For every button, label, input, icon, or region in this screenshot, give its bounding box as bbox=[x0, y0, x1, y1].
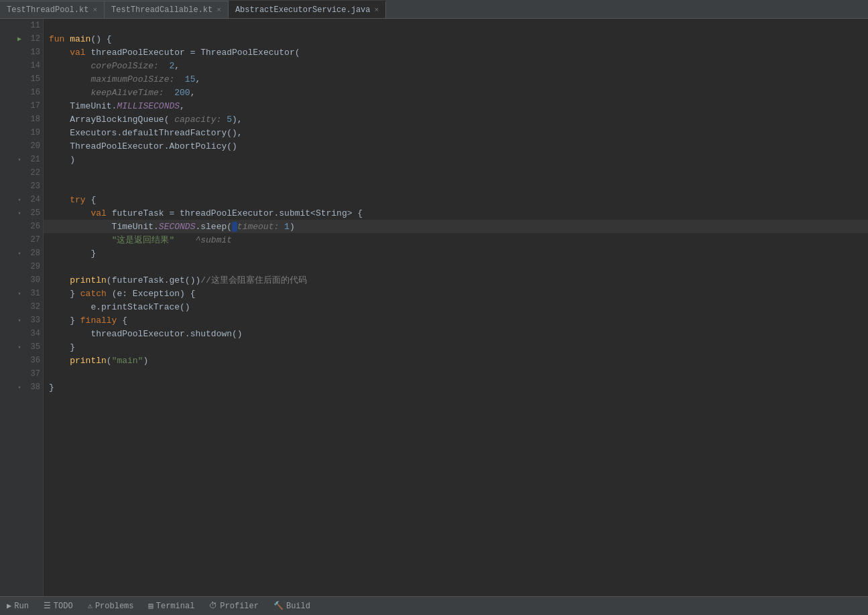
const-milliseconds: MILLISECONDS bbox=[117, 101, 180, 111]
code-line-25: val futureTask = threadPoolExecutor.subm… bbox=[44, 206, 868, 220]
code-line-18: ArrayBlockingQueue( capacity: 5), bbox=[44, 113, 868, 126]
tab-testthreadpool[interactable]: TestThreadPool.kt × bbox=[0, 1, 105, 18]
gutter-row-31: ▾ 31 bbox=[0, 287, 43, 300]
code-line-35: } bbox=[44, 340, 868, 354]
profiler-label: Profiler bbox=[220, 602, 259, 611]
keyword-finally: finally bbox=[80, 316, 122, 326]
code-line-26: TimeUnit.SECONDS.sleep( timeout: 1) bbox=[44, 220, 868, 233]
code-line-12: fun main() { bbox=[44, 32, 868, 46]
keyword-val-13: val bbox=[70, 48, 90, 58]
hint-maxpoolsize: maximumPoolSize: bbox=[90, 74, 180, 84]
fold-icon-25[interactable]: ▾ bbox=[15, 208, 24, 218]
gutter-row-30: 30 bbox=[0, 273, 43, 287]
build-button[interactable]: 🔨 Build bbox=[271, 600, 313, 612]
code-line-21: ) bbox=[44, 153, 868, 166]
gutter-row-26: 26 bbox=[0, 220, 43, 233]
bottom-bar: ▶ Run ☰ TODO ⚠ Problems ▤ Terminal ⏱ Pro… bbox=[0, 596, 868, 615]
code-line-29 bbox=[44, 260, 868, 273]
code-line-34: threadPoolExecutor.shutdown() bbox=[44, 327, 868, 340]
code-line-13: val threadPoolExecutor = ThreadPoolExecu… bbox=[44, 46, 868, 59]
fold-icon-28[interactable]: ▾ bbox=[15, 249, 24, 258]
code-line-24: try { bbox=[44, 193, 868, 206]
gutter-row-32: 32 bbox=[0, 300, 43, 314]
code-line-31: } catch (e: Exception) { bbox=[44, 287, 868, 300]
code-line-38: } bbox=[44, 381, 868, 394]
gutter-row-19: 19 bbox=[0, 126, 43, 139]
code-line-16: keepAliveTime: 200, bbox=[44, 86, 868, 99]
gutter-row-15: 15 bbox=[0, 72, 43, 86]
keyword-fun: fun bbox=[49, 34, 70, 44]
code-line-23 bbox=[44, 180, 868, 193]
code-line-30: println(futureTask.get())//这里会阻塞住后面的代码 bbox=[44, 273, 868, 287]
hint-keepalivetime: keepAliveTime: bbox=[90, 88, 169, 98]
hint-submit: ^submit bbox=[195, 235, 232, 245]
build-icon: 🔨 bbox=[273, 601, 284, 611]
todo-button[interactable]: ☰ TODO bbox=[41, 600, 76, 612]
gutter-row-22: 22 bbox=[0, 166, 43, 180]
code-line-33: } finally { bbox=[44, 314, 868, 327]
run-icon-12[interactable]: ▶ bbox=[15, 34, 24, 44]
terminal-label: Terminal bbox=[156, 602, 195, 611]
build-label: Build bbox=[286, 602, 310, 611]
gutter-row-18: 18 bbox=[0, 113, 43, 126]
gutter-row-36: 36 bbox=[0, 354, 43, 367]
gutter-row-28: ▾ 28 bbox=[0, 247, 43, 260]
gutter-row-21: ▾ 21 bbox=[0, 153, 43, 166]
profiler-button[interactable]: ⏱ Profiler bbox=[206, 600, 261, 612]
tab-close-0[interactable]: × bbox=[92, 6, 97, 14]
line-gutter: 11 ▶ 12 13 14 15 16 17 18 19 20 ▾ bbox=[0, 19, 44, 596]
code-line-22 bbox=[44, 166, 868, 180]
fold-icon-33[interactable]: ▾ bbox=[15, 316, 24, 325]
tab-bar: TestThreadPool.kt × TestThreadCallable.k… bbox=[0, 0, 868, 19]
tab-close-1[interactable]: × bbox=[216, 6, 221, 14]
fold-icon-24[interactable]: ▾ bbox=[15, 195, 24, 204]
terminal-button[interactable]: ▤ Terminal bbox=[146, 600, 198, 612]
code-line-17: TimeUnit.MILLISECONDS, bbox=[44, 99, 868, 113]
fold-icon-38[interactable]: ▾ bbox=[15, 383, 24, 392]
str-chinese: "这是返回结果" bbox=[112, 234, 175, 246]
keyword-val-25: val bbox=[90, 208, 111, 218]
code-line-37 bbox=[44, 367, 868, 381]
tab-testthreadcallable[interactable]: TestThreadCallable.kt × bbox=[105, 1, 229, 18]
profiler-icon: ⏱ bbox=[209, 601, 217, 611]
code-line-27: "这是返回结果" ^submit bbox=[44, 233, 868, 247]
keyword-catch: catch bbox=[80, 289, 112, 299]
run-icon-bottom: ▶ bbox=[7, 601, 11, 611]
tab-abstractexecutorservice[interactable]: AbstractExecutorService.java × bbox=[229, 1, 386, 18]
gutter-row-37: 37 bbox=[0, 367, 43, 381]
editor-area: 11 ▶ 12 13 14 15 16 17 18 19 20 ▾ bbox=[0, 19, 868, 596]
gutter-row-14: 14 bbox=[0, 59, 43, 72]
gutter-row-35: ▾ 35 bbox=[0, 340, 43, 354]
run-button[interactable]: ▶ Run bbox=[4, 600, 32, 612]
fold-icon-21[interactable]: ▾ bbox=[15, 155, 24, 164]
gutter-row-38: ▾ 38 bbox=[0, 381, 43, 394]
fn-println-30: println bbox=[70, 275, 107, 285]
tab-label: AbstractExecutorService.java bbox=[235, 5, 371, 15]
hint-corepoolsize: corePoolSize: bbox=[90, 61, 164, 71]
gutter-row-33: ▾ 33 bbox=[0, 314, 43, 327]
code-editor[interactable]: fun main() { val threadPoolExecutor = Th… bbox=[44, 19, 868, 596]
gutter-row-34: 34 bbox=[0, 327, 43, 340]
code-line-28: } bbox=[44, 247, 868, 260]
problems-icon: ⚠ bbox=[88, 601, 92, 611]
const-seconds: SECONDS bbox=[159, 222, 196, 232]
fn-main: main bbox=[70, 34, 90, 44]
num-1: 1 bbox=[284, 222, 290, 232]
problems-button[interactable]: ⚠ Problems bbox=[85, 600, 137, 612]
code-line-20: ThreadPoolExecutor.AbortPolicy() bbox=[44, 139, 868, 153]
tab-close-2[interactable]: × bbox=[375, 6, 379, 14]
terminal-icon: ▤ bbox=[149, 601, 153, 611]
todo-label: TODO bbox=[54, 602, 73, 611]
fold-icon-35[interactable]: ▾ bbox=[15, 342, 24, 352]
gutter-row-27: 27 bbox=[0, 233, 43, 247]
tab-label: TestThreadCallable.kt bbox=[111, 5, 212, 15]
num-200: 200 bbox=[174, 88, 190, 98]
num-15: 15 bbox=[185, 74, 196, 84]
gutter-row-16: 16 bbox=[0, 86, 43, 99]
tab-label: TestThreadPool.kt bbox=[7, 5, 88, 15]
gutter-row-13: 13 bbox=[0, 46, 43, 59]
problems-label: Problems bbox=[95, 602, 134, 611]
fold-icon-31[interactable]: ▾ bbox=[15, 289, 24, 298]
code-line-32: e.printStackTrace() bbox=[44, 300, 868, 314]
gutter-row-20: 20 bbox=[0, 139, 43, 153]
